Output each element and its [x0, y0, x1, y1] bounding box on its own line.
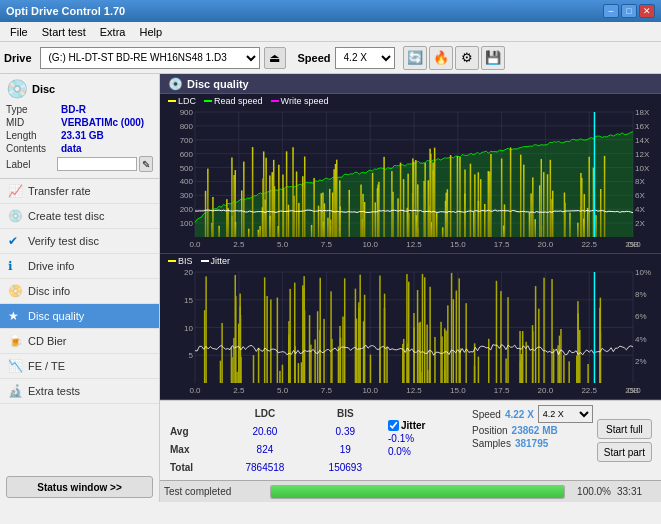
samples-row: Samples 381795 — [472, 438, 593, 449]
sidebar-item-fe-te[interactable]: 📉 FE / TE — [0, 354, 159, 379]
chart1-legend: LDCRead speedWrite speed — [168, 96, 328, 106]
legend2-bis: BIS — [168, 256, 193, 266]
progress-track — [270, 485, 565, 499]
disc-label: Disc — [32, 83, 55, 95]
main-layout: 💿 Disc Type BD-R MID VERBATIMc (000) Len… — [0, 74, 661, 502]
position-row: Position 23862 MB — [472, 425, 593, 436]
jitter-max-value: 0.0% — [388, 446, 468, 457]
label-label: Label — [6, 159, 55, 170]
samples-value: 381795 — [515, 438, 548, 449]
nav-icon-transfer-rate: 📈 — [8, 184, 22, 198]
disc-panel-header: 💿 Disc — [6, 78, 153, 100]
minimize-button[interactable]: – — [603, 4, 619, 18]
close-button[interactable]: ✕ — [639, 4, 655, 18]
nav-label-extra-tests: Extra tests — [28, 385, 80, 397]
drive-select[interactable]: (G:) HL-DT-ST BD-RE WH16NS48 1.D3 — [40, 47, 260, 69]
speed-row-label: Speed — [472, 409, 501, 420]
total-label: Total — [166, 460, 221, 476]
stats-table: LDC BIS Avg 20.60 0.39 Max 824 19 Total … — [164, 403, 384, 478]
status-text: Test completed — [164, 486, 264, 497]
max-ldc: 824 — [223, 442, 306, 458]
legend1-ldc: LDC — [168, 96, 196, 106]
progress-fill — [271, 486, 564, 498]
nav-icon-disc-quality: ★ — [8, 309, 22, 323]
nav-label-drive-info: Drive info — [28, 260, 74, 272]
label-input[interactable] — [57, 157, 137, 171]
refresh-button[interactable]: 🔄 — [403, 46, 427, 70]
speed-row-select[interactable]: 4.2 X — [538, 405, 593, 423]
position-value: 23862 MB — [512, 425, 558, 436]
chart2-canvas — [160, 254, 661, 399]
nav-label-disc-quality: Disc quality — [28, 310, 84, 322]
start-full-button[interactable]: Start full — [597, 419, 652, 439]
menu-file[interactable]: File — [4, 24, 34, 40]
menu-extra[interactable]: Extra — [94, 24, 132, 40]
disc-label-row: Label ✎ — [6, 156, 153, 172]
speed-select[interactable]: 4.2 X — [335, 47, 395, 69]
disc-panel: 💿 Disc Type BD-R MID VERBATIMc (000) Len… — [0, 74, 159, 179]
disc-mid-row: MID VERBATIMc (000) — [6, 117, 153, 128]
app-title: Opti Drive Control 1.70 — [6, 5, 125, 17]
mid-value: VERBATIMc (000) — [61, 117, 144, 128]
menu-start-test[interactable]: Start test — [36, 24, 92, 40]
contents-label: Contents — [6, 143, 61, 154]
save-button[interactable]: 💾 — [481, 46, 505, 70]
sidebar-item-cd-bier[interactable]: 🍺 CD Bier — [0, 329, 159, 354]
sidebar-item-transfer-rate[interactable]: 📈 Transfer rate — [0, 179, 159, 204]
nav-icon-create-test: 💿 — [8, 209, 22, 223]
speed-row: Speed 4.22 X 4.2 X — [472, 405, 593, 423]
start-part-button[interactable]: Start part — [597, 442, 652, 462]
settings-button[interactable]: ⚙ — [455, 46, 479, 70]
nav-icon-disc-info: 📀 — [8, 284, 22, 298]
disc-contents-row: Contents data — [6, 143, 153, 154]
sidebar-item-extra-tests[interactable]: 🔬 Extra tests — [0, 379, 159, 404]
nav-icon-verify-disc: ✔ — [8, 234, 22, 248]
nav-label-transfer-rate: Transfer rate — [28, 185, 91, 197]
sidebar-item-verify-disc[interactable]: ✔ Verify test disc — [0, 229, 159, 254]
bis-header: BIS — [309, 405, 382, 421]
burn-button[interactable]: 🔥 — [429, 46, 453, 70]
content-area: 💿 Disc quality LDCRead speedWrite speed … — [160, 74, 661, 502]
nav-icon-cd-bier: 🍺 — [8, 334, 22, 348]
nav-label-create-test: Create test disc — [28, 210, 104, 222]
nav-icon-extra-tests: 🔬 — [8, 384, 22, 398]
content-header: 💿 Disc quality — [160, 74, 661, 94]
menu-help[interactable]: Help — [133, 24, 168, 40]
status-window-button[interactable]: Status window >> — [6, 476, 153, 498]
jitter-checkbox[interactable] — [388, 420, 399, 431]
mid-label: MID — [6, 117, 61, 128]
avg-ldc: 20.60 — [223, 423, 306, 439]
max-bis: 19 — [309, 442, 382, 458]
sidebar-item-disc-quality[interactable]: ★ Disc quality — [0, 304, 159, 329]
jitter-section: Jitter -0.1% 0.0% — [388, 403, 468, 478]
title-bar: Opti Drive Control 1.70 – □ ✕ — [0, 0, 661, 22]
window-controls: – □ ✕ — [603, 4, 655, 18]
contents-value: data — [61, 143, 82, 154]
sidebar-item-drive-info[interactable]: ℹ Drive info — [0, 254, 159, 279]
total-bis: 150693 — [309, 460, 382, 476]
eject-button[interactable]: ⏏ — [264, 47, 286, 69]
samples-label: Samples — [472, 438, 511, 449]
chart1-wrapper: LDCRead speedWrite speed — [160, 94, 661, 254]
progress-time: 33:31 — [617, 486, 657, 497]
disc-length-row: Length 23.31 GB — [6, 130, 153, 141]
length-value: 23.31 GB — [61, 130, 104, 141]
type-label: Type — [6, 104, 61, 115]
disc-quality-icon: 💿 — [168, 77, 183, 91]
legend2-jitter: Jitter — [201, 256, 231, 266]
legend1-read-speed: Read speed — [204, 96, 263, 106]
label-edit-button[interactable]: ✎ — [139, 156, 153, 172]
menu-bar: File Start test Extra Help — [0, 22, 661, 42]
stats-bar: LDC BIS Avg 20.60 0.39 Max 824 19 Total … — [160, 400, 661, 480]
jitter-avg-value: -0.1% — [388, 433, 468, 444]
progress-percent: 100.0% — [571, 486, 611, 497]
sidebar-nav: 📈 Transfer rate💿 Create test disc✔ Verif… — [0, 179, 159, 472]
progress-bar-container: Test completed 100.0% 33:31 — [160, 480, 661, 502]
action-buttons: Start full Start part — [597, 403, 652, 478]
chart2-wrapper: BISJitter — [160, 254, 661, 400]
maximize-button[interactable]: □ — [621, 4, 637, 18]
charts-container: LDCRead speedWrite speed BISJitter — [160, 94, 661, 400]
sidebar-item-disc-info[interactable]: 📀 Disc info — [0, 279, 159, 304]
sidebar-item-create-test[interactable]: 💿 Create test disc — [0, 204, 159, 229]
nav-icon-fe-te: 📉 — [8, 359, 22, 373]
